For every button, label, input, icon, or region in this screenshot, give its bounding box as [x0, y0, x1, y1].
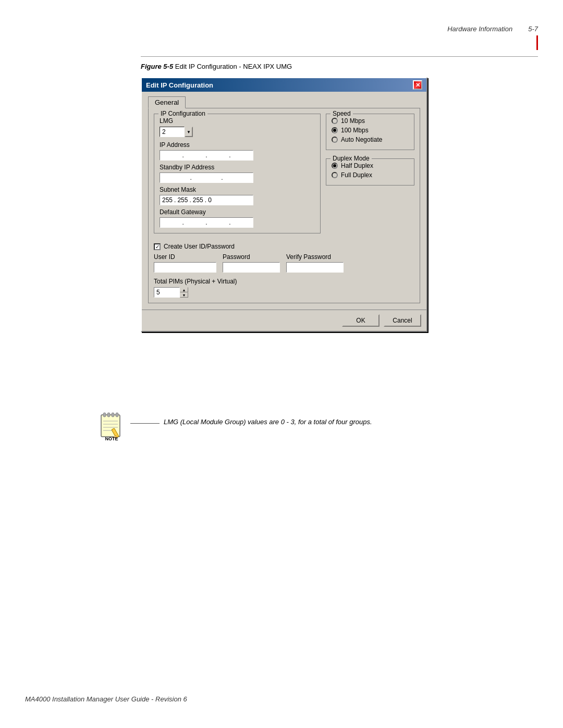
verify-label: Verify Password [286, 253, 344, 261]
credentials-row: User ID Password Verify Password [154, 253, 414, 273]
speed-10mbps[interactable]: 10 Mbps [332, 117, 409, 125]
ok-button[interactable]: OK [342, 314, 380, 327]
close-button[interactable]: ✕ [413, 80, 422, 90]
userid-input[interactable] [154, 262, 216, 273]
duplex-group: Duplex Mode Half Duplex Full Duplex [326, 158, 414, 186]
ip-address-input[interactable]: . . . [160, 150, 253, 161]
radio-10mbps[interactable] [332, 118, 338, 124]
page-number: 5-7 [528, 25, 538, 33]
svg-rect-4 [116, 413, 118, 417]
header-text: Hardware Information [447, 25, 512, 33]
gateway-label: Default Gateway [160, 208, 315, 216]
radio-full-duplex[interactable] [332, 172, 338, 178]
pims-input[interactable] [154, 287, 180, 298]
page-header: Hardware Information 5-7 [447, 25, 538, 33]
userid-label: User ID [154, 253, 216, 261]
pims-spinner: ▲ ▼ [154, 287, 414, 298]
pims-label: Total PIMs (Physical + Virtual) [154, 278, 414, 285]
password-col: Password [223, 253, 280, 273]
speed-legend: Speed [331, 110, 353, 117]
duplex-legend: Duplex Mode [331, 155, 372, 162]
tab-bar: General [148, 96, 420, 108]
userid-col: User ID [154, 253, 216, 273]
speed-10mbps-label: 10 Mbps [341, 117, 365, 125]
svg-rect-3 [112, 413, 114, 417]
dialog-title: Edit IP Configuration [146, 81, 213, 89]
password-input[interactable] [223, 262, 280, 273]
top-rule [141, 56, 538, 57]
figure-text: Edit IP Configuration - NEAX IPX UMG [173, 63, 292, 70]
dialog-footer: OK Cancel [142, 310, 426, 331]
note-rule [130, 423, 160, 424]
speed-100mbps-label: 100 Mbps [341, 127, 369, 134]
verify-col: Verify Password [286, 253, 344, 273]
tab-content: IP Configuration LMG 2 ▼ IP Address [148, 108, 420, 303]
verify-input[interactable] [286, 262, 344, 273]
tab-general[interactable]: General [148, 96, 186, 108]
note-text: LMG (Local Module Group) values are 0 - … [164, 418, 372, 426]
create-user-checkbox[interactable] [154, 243, 161, 250]
ip-config-legend: IP Configuration [158, 110, 207, 117]
spinner-down[interactable]: ▼ [180, 292, 188, 298]
full-duplex-option[interactable]: Full Duplex [332, 171, 409, 179]
create-user-label: Create User ID/Password [164, 243, 235, 250]
subnet-label: Subnet Mask [160, 186, 315, 193]
spinner-buttons: ▲ ▼ [180, 287, 188, 298]
lmg-value[interactable]: 2 [160, 127, 185, 137]
figure-caption: Figure 5-5 Edit IP Configuration - NEAX … [141, 63, 292, 70]
speed-auto[interactable]: Auto Negotiate [332, 136, 409, 143]
radio-100mbps[interactable] [332, 127, 338, 133]
create-user-row: Create User ID/Password [154, 243, 414, 250]
cancel-button[interactable]: Cancel [384, 314, 421, 327]
footer-text: MA4000 Installation Manager User Guide -… [25, 695, 187, 703]
radio-half-duplex[interactable] [332, 163, 338, 169]
note-icon-container: NOTE [99, 412, 130, 440]
radio-auto[interactable] [332, 137, 338, 143]
page-footer: MA4000 Installation Manager User Guide -… [25, 695, 187, 703]
speed-auto-label: Auto Negotiate [341, 136, 382, 143]
header-rule [536, 35, 538, 50]
note-label: NOTE [99, 436, 124, 441]
password-label: Password [223, 253, 280, 261]
svg-rect-2 [107, 413, 110, 417]
lmg-label: LMG [160, 117, 315, 125]
dialog-titlebar: Edit IP Configuration ✕ [142, 78, 426, 92]
note-section: NOTE LMG (Local Module Group) values are… [99, 412, 372, 440]
dialog-wrapper: Edit IP Configuration ✕ General IP Confi… [141, 77, 427, 332]
subnet-input[interactable]: 255 . 255 . 255 . 0 [160, 195, 253, 205]
dialog-body: General IP Configuration LMG 2 ▼ [142, 92, 426, 310]
pims-section: Total PIMs (Physical + Virtual) ▲ ▼ [154, 278, 414, 298]
spinner-up[interactable]: ▲ [180, 287, 188, 292]
standby-ip-label: Standby IP Address [160, 164, 315, 171]
gateway-input[interactable]: . . . [160, 217, 253, 228]
ip-config-group: IP Configuration LMG 2 ▼ IP Address [154, 114, 321, 233]
dropdown-arrow[interactable]: ▼ [185, 127, 193, 137]
standby-ip-input[interactable]: . . [160, 172, 253, 183]
svg-rect-1 [103, 413, 106, 417]
note-icon [99, 412, 124, 439]
edit-ip-dialog: Edit IP Configuration ✕ General IP Confi… [141, 77, 427, 332]
speed-group: Speed 10 Mbps 100 Mbps Aut [326, 114, 414, 150]
ip-address-label: IP Address [160, 141, 315, 149]
half-duplex-label: Half Duplex [341, 162, 373, 169]
speed-100mbps[interactable]: 100 Mbps [332, 127, 409, 134]
figure-bold: Figure 5-5 [141, 63, 173, 70]
half-duplex-option[interactable]: Half Duplex [332, 162, 409, 169]
full-duplex-label: Full Duplex [341, 171, 372, 179]
lmg-dropdown: 2 ▼ [160, 127, 315, 137]
